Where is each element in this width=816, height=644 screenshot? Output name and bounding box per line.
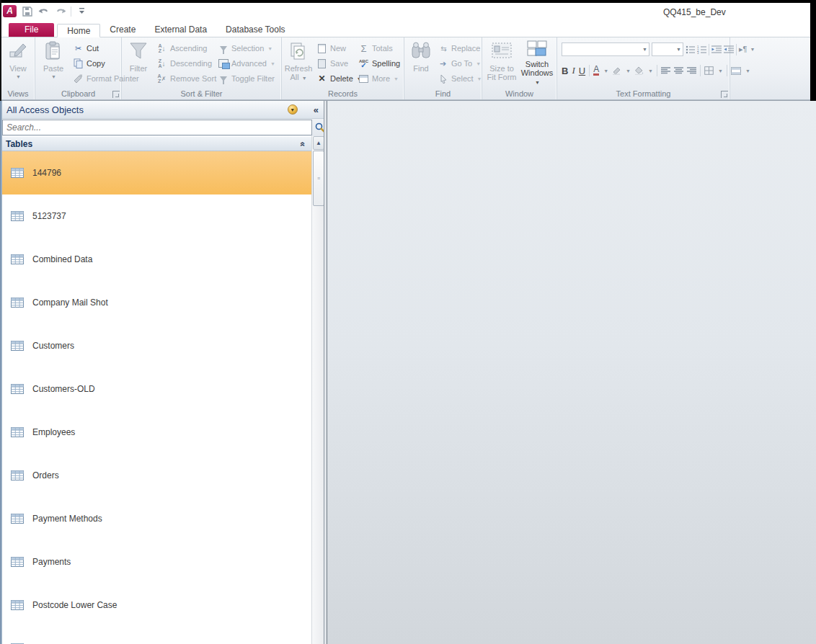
- alternate-row-color-icon[interactable]: [731, 67, 741, 75]
- refresh-all-label2: All: [290, 73, 298, 81]
- replace-label: Replace: [451, 44, 480, 53]
- nav-item[interactable]: Combined Data: [1, 238, 311, 281]
- nav-table-list: 144796 5123737 Combined Data Company Mai…: [1, 151, 311, 644]
- nav-item[interactable]: Payments: [1, 540, 311, 583]
- fill-color-bucket-icon[interactable]: [634, 66, 644, 75]
- filter-icon: [128, 40, 149, 63]
- save-record-button[interactable]: Save: [316, 57, 362, 70]
- save-record-icon: [318, 59, 326, 68]
- undo-icon[interactable]: [37, 5, 50, 17]
- search-input[interactable]: [2, 120, 312, 135]
- redo-icon[interactable]: [54, 5, 66, 17]
- nav-menu-sphere-icon[interactable]: ▼: [288, 104, 298, 115]
- refresh-all-label1: Refresh: [285, 64, 313, 73]
- tab-home[interactable]: Home: [57, 24, 100, 37]
- advanced-button[interactable]: Advanced▼: [218, 57, 275, 70]
- nav-scrollbar[interactable]: ▲ ≡: [311, 136, 324, 644]
- go-to-button[interactable]: ➔ Go To▼: [438, 57, 482, 70]
- scrollbar-up-arrow[interactable]: ▲: [313, 136, 324, 150]
- more-button[interactable]: More▼: [358, 72, 400, 85]
- cut-icon: ✂: [73, 43, 84, 54]
- nav-item[interactable]: Postcode Lower Case: [1, 583, 311, 627]
- nav-section-label: Tables: [1, 139, 301, 149]
- nav-item[interactable]: Postcode R: [1, 627, 311, 644]
- selection-button[interactable]: Selection▼: [218, 42, 275, 55]
- filter-button[interactable]: Filter: [123, 40, 154, 87]
- group-window: Size to Fit Form Switch Windows ▼ Window: [482, 37, 557, 99]
- tab-file[interactable]: File: [9, 23, 54, 37]
- select-button[interactable]: Select▼: [438, 72, 482, 85]
- size-to-fit-form-icon: [491, 40, 513, 63]
- ascending-button[interactable]: AZ↓ Ascending: [156, 42, 216, 55]
- numbering-icon[interactable]: 123: [697, 45, 706, 54]
- group-clipboard: Paste ▼ ✂ Cut Copy Form: [35, 37, 122, 99]
- font-name-combobox[interactable]: ▼: [562, 43, 649, 56]
- tab-external-data[interactable]: External Data: [145, 23, 216, 37]
- clipboard-dialog-launcher[interactable]: [112, 91, 120, 98]
- nav-item[interactable]: 5123737: [1, 194, 311, 238]
- replace-button[interactable]: ⇆ Replace: [438, 42, 482, 55]
- toggle-filter-label: Toggle Filter: [231, 74, 275, 83]
- customize-qat-arrow[interactable]: [76, 5, 88, 17]
- nav-section-header-tables[interactable]: Tables «: [1, 136, 311, 151]
- cut-label: Cut: [87, 44, 99, 53]
- new-record-button[interactable]: New: [316, 42, 362, 55]
- font-size-combobox[interactable]: ▼: [652, 43, 683, 56]
- size-to-fit-form-button[interactable]: Size to Fit Form: [485, 40, 518, 87]
- save-label: Save: [330, 59, 348, 68]
- gridlines-icon[interactable]: [704, 66, 714, 75]
- tab-create[interactable]: Create: [100, 23, 145, 37]
- nav-item[interactable]: Customers-OLD: [1, 367, 311, 411]
- tab-database-tools[interactable]: Database Tools: [216, 23, 295, 37]
- ribbon-bottom-divider: [0, 100, 816, 101]
- increase-indent-icon[interactable]: [724, 45, 734, 54]
- nav-item[interactable]: 144796: [1, 151, 311, 194]
- align-center-icon[interactable]: [674, 67, 683, 75]
- find-button[interactable]: Find: [406, 40, 436, 87]
- decrease-indent-icon[interactable]: [711, 45, 722, 54]
- font-color-button[interactable]: A: [593, 66, 599, 76]
- align-left-icon[interactable]: [661, 67, 670, 75]
- nav-item[interactable]: Payment Methods: [1, 497, 311, 540]
- paste-button[interactable]: Paste ▼: [38, 40, 68, 87]
- scrollbar-thumb[interactable]: ≡: [313, 151, 324, 206]
- underline-button[interactable]: U: [579, 66, 585, 76]
- save-icon[interactable]: [21, 5, 33, 17]
- nav-item[interactable]: Employees: [1, 411, 311, 454]
- access-app-icon[interactable]: A: [3, 5, 17, 17]
- align-right-icon[interactable]: [687, 67, 696, 75]
- descending-button[interactable]: ZA↓ Descending: [156, 57, 216, 70]
- advanced-label: Advanced: [231, 59, 267, 68]
- text-formatting-dialog-launcher[interactable]: [721, 91, 728, 98]
- nav-pane-splitter[interactable]: [324, 101, 327, 644]
- delete-button[interactable]: ✕ Delete▼: [316, 72, 362, 85]
- remove-sort-button[interactable]: AZ✗ Remove Sort: [156, 72, 216, 85]
- italic-button[interactable]: I: [572, 65, 575, 76]
- shutter-bar-close-icon[interactable]: «: [314, 104, 319, 115]
- refresh-all-button[interactable]: Refresh All ▼: [283, 40, 314, 87]
- bullets-icon[interactable]: [686, 45, 695, 54]
- nav-item[interactable]: Orders: [1, 454, 311, 497]
- nav-item[interactable]: Customers: [1, 324, 311, 367]
- selection-icon: [220, 46, 227, 51]
- table-icon: [11, 384, 24, 394]
- toggle-filter-icon: [220, 76, 227, 81]
- more-label: More: [372, 74, 390, 83]
- nav-item-label: 5123737: [32, 211, 66, 221]
- totals-button[interactable]: Σ Totals: [358, 42, 400, 55]
- highlight-pen-icon[interactable]: [612, 66, 621, 75]
- collapse-section-icon[interactable]: «: [298, 141, 309, 146]
- nav-item[interactable]: Company Mail Shot: [1, 281, 311, 324]
- group-label-find: Find: [404, 89, 482, 98]
- table-icon: [11, 298, 24, 308]
- switch-windows-button[interactable]: Switch Windows ▼: [520, 40, 554, 87]
- text-direction-icon[interactable]: ▸¶: [739, 45, 747, 54]
- table-icon: [11, 341, 24, 351]
- nav-pane-header[interactable]: All Access Objects ▼ «: [1, 101, 327, 119]
- spelling-button[interactable]: ABC✓ Spelling: [358, 57, 400, 70]
- toggle-filter-button[interactable]: Toggle Filter: [218, 72, 275, 85]
- nav-item-label: Payment Methods: [32, 514, 102, 524]
- window-edge-left-top: [0, 0, 1, 101]
- view-button[interactable]: View ▼: [3, 40, 33, 87]
- bold-button[interactable]: B: [562, 66, 568, 76]
